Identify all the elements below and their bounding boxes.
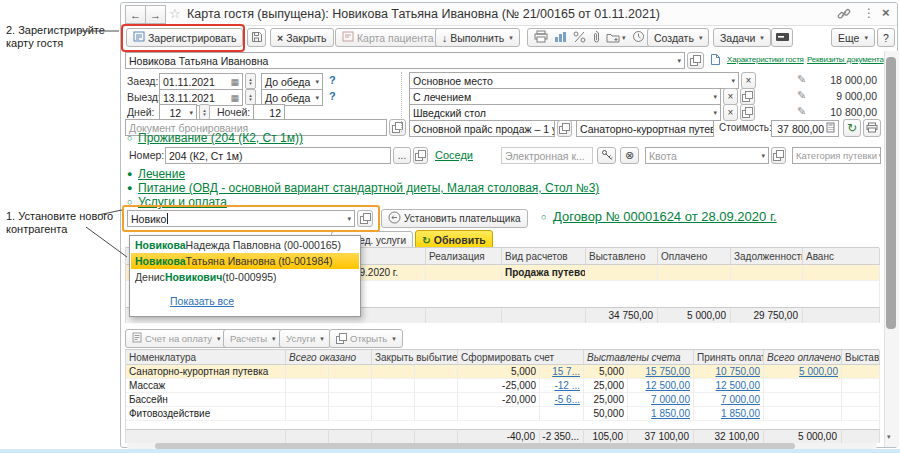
services-section-link[interactable]: Услуги и оплата xyxy=(138,195,227,209)
edit-pencil-icon[interactable]: ✎ xyxy=(797,105,806,118)
link-chain-icon[interactable] xyxy=(837,7,851,23)
edit-pencil-icon[interactable]: ✎ xyxy=(797,73,806,86)
save-button[interactable] xyxy=(247,28,266,47)
accept-payment-link[interactable]: 12 500,00 xyxy=(716,380,761,391)
arrival-date-stepper[interactable]: ▴ ▾ xyxy=(245,73,256,89)
form-sum-link[interactable]: -12 ... xyxy=(554,380,580,391)
horizontal-scrollbar-thumb[interactable] xyxy=(155,443,795,449)
open-treatment-button[interactable] xyxy=(740,88,755,105)
days-stepper[interactable]: ▴ ▾ xyxy=(199,104,210,120)
guest-characteristics-link[interactable]: Характеристики гостя xyxy=(727,55,804,64)
quota-select[interactable]: Квота ▾ xyxy=(645,147,769,164)
arrival-period-select[interactable]: До обеда ▾ xyxy=(261,73,323,90)
open-payer-button[interactable] xyxy=(357,210,373,227)
arrival-help-icon[interactable]: ? xyxy=(329,74,336,86)
paid-link[interactable]: 5 000,00 xyxy=(799,366,838,377)
close-button[interactable]: × Закрыть xyxy=(270,28,334,47)
dropdown-item-selected[interactable]: Новикова Татьяна Ивановна (t0-001984) xyxy=(131,253,359,269)
issued-sum-link[interactable]: 15 750,00 xyxy=(646,366,691,377)
scroll-down-icon[interactable]: ▾ xyxy=(887,433,891,441)
accept-payment-link[interactable]: 7 000,00 xyxy=(721,394,760,405)
room-input[interactable]: 204 (К2, Ст 1м) xyxy=(165,147,391,164)
paid-cell[interactable] xyxy=(658,265,731,281)
clear-key-button[interactable]: ⊗ xyxy=(620,147,639,164)
menu-kebab-icon[interactable]: ⋮ xyxy=(863,6,875,20)
departure-date-stepper[interactable]: ▴ ▾ xyxy=(245,89,256,105)
settlements-button[interactable]: Расчеты ▾ xyxy=(223,329,283,348)
section-bullet-icon[interactable]: ● xyxy=(127,183,132,193)
accommodation-type-select[interactable]: Основное место ▾ xyxy=(409,72,739,89)
service-name[interactable]: Массаж xyxy=(126,379,286,393)
percent-icon[interactable] xyxy=(573,31,586,45)
back-icon[interactable]: ← xyxy=(125,5,146,24)
more-button[interactable]: Еще ▾ xyxy=(831,28,875,47)
electronic-key-input[interactable]: Электронная к... xyxy=(501,147,593,164)
folder-add-icon[interactable]: ▾ xyxy=(606,32,626,43)
open-guest-button[interactable] xyxy=(687,52,704,69)
open-room-button[interactable] xyxy=(413,147,428,164)
edit-pencil-icon[interactable]: ✎ xyxy=(797,89,806,102)
invoiced-cell[interactable] xyxy=(586,265,658,281)
settlement-kind-cell[interactable]: Продажа путевок xyxy=(502,265,586,281)
service-name[interactable]: Бассейн xyxy=(126,393,286,407)
open-button[interactable]: Открыть ▾ xyxy=(329,329,403,348)
room-ellipsis-button[interactable]: ... xyxy=(393,147,411,164)
vertical-scrollbar-thumb[interactable] xyxy=(886,57,896,329)
window-close-icon[interactable]: × xyxy=(882,5,890,20)
horizontal-scrollbar[interactable] xyxy=(127,443,877,449)
calendar-icon[interactable]: ▦ xyxy=(228,93,239,103)
guest-name-input[interactable]: Новикова Татьяна Ивановна ▾ xyxy=(125,52,685,69)
tasks-button[interactable]: Задачи ▾ xyxy=(713,28,771,47)
contract-link[interactable]: Договор № 00001624 от 28.09.2020 г. xyxy=(553,209,777,224)
register-button[interactable]: Зарегистрировать xyxy=(126,28,243,47)
paperclip-icon[interactable] xyxy=(592,30,600,45)
treatment-section-link[interactable]: Лечение xyxy=(138,167,185,181)
neighbors-link[interactable]: Соседи xyxy=(435,149,473,161)
help-button[interactable]: ? xyxy=(877,28,895,47)
treatment-program-select[interactable]: С лечением ▾ xyxy=(409,88,721,105)
chevron-down-icon[interactable]: ▾ xyxy=(675,57,681,65)
section-bullet-icon[interactable]: ○ xyxy=(127,133,132,143)
invoice-button[interactable]: Счет на оплату ▾ xyxy=(125,329,228,348)
departure-help-icon[interactable]: ? xyxy=(329,90,336,102)
print-tariff-button[interactable] xyxy=(863,119,881,137)
recalculate-button[interactable]: ↻ xyxy=(843,119,861,137)
section-bullet-icon[interactable]: ○ xyxy=(127,197,132,207)
section-bullet-icon[interactable]: ● xyxy=(127,169,132,179)
service-name[interactable]: Санаторно-курортная путевка xyxy=(126,365,286,379)
realization-cell[interactable] xyxy=(426,265,502,281)
clear-accommodation-button[interactable]: × xyxy=(741,72,756,89)
accept-payment-link[interactable]: 1 850,00 xyxy=(721,408,760,419)
execute-button[interactable]: ↓ Выполнить ▾ xyxy=(435,28,520,47)
issued-sum-link[interactable]: 7 000,00 xyxy=(651,394,690,405)
meals-section-link[interactable]: Питание (ОВД - основной вариант стандарт… xyxy=(138,181,599,195)
voucher-type-select[interactable]: Санаторно-курортная путевка ▾ xyxy=(576,120,714,137)
services-button[interactable]: Услуги ▾ xyxy=(279,329,331,348)
forward-icon[interactable]: → xyxy=(145,5,166,24)
dropdown-item[interactable]: Новикова Надежда Павловна (00-000165) xyxy=(131,237,359,253)
arrival-date-input[interactable]: 01.11.2021 ▦ xyxy=(159,73,243,90)
payer-search-input[interactable]: Новико ▾ xyxy=(127,210,355,227)
service-name[interactable]: Фитовоздействие xyxy=(126,407,286,421)
debt-cell[interactable] xyxy=(731,265,803,281)
voucher-category-select[interactable]: Категория путевки ▾ xyxy=(792,147,881,164)
issued-sum-link[interactable]: 1 850,00 xyxy=(651,408,690,419)
accept-payment-link[interactable]: 10 750,00 xyxy=(716,366,761,377)
write-key-button[interactable] xyxy=(597,147,616,164)
form-sum-link[interactable]: 15 7... xyxy=(552,366,580,377)
open-booking-button[interactable] xyxy=(389,119,406,136)
document-requisites-link[interactable]: Реквизиты документа xyxy=(807,55,884,64)
cost-input[interactable]: 37 800,00 xyxy=(771,120,839,137)
issued-sum-link[interactable]: 12 500,00 xyxy=(646,380,691,391)
form-sum-link[interactable]: -5 6... xyxy=(554,394,580,405)
chevron-down-icon[interactable]: ▾ xyxy=(345,215,351,223)
show-all-link[interactable]: Показать все xyxy=(170,295,234,307)
set-payer-button[interactable]: Установить плательщика xyxy=(381,209,528,228)
print-icon[interactable] xyxy=(534,30,548,45)
history-clock-icon[interactable] xyxy=(632,30,645,45)
create-button[interactable]: Создать ▾ xyxy=(647,28,709,47)
patient-card-button[interactable]: Карта пациента xyxy=(335,28,441,47)
advance-cell[interactable] xyxy=(803,265,880,281)
dropdown-item[interactable]: Денис Новикович (t0-000995) xyxy=(131,269,359,285)
accommodation-section-link[interactable]: Проживание (204 (К2, Ст 1м)) xyxy=(138,131,303,145)
